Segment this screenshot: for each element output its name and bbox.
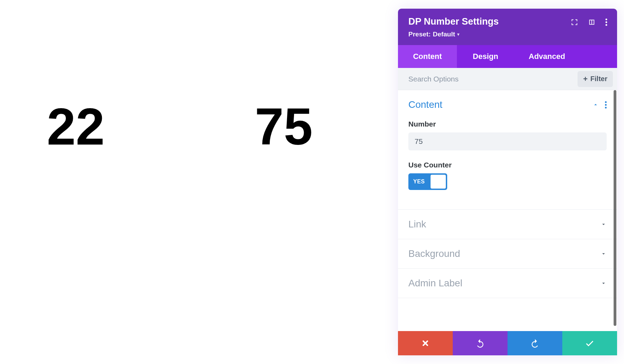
undo-button[interactable] xyxy=(453,331,508,355)
plus-icon: + xyxy=(583,75,588,84)
svg-point-1 xyxy=(606,21,607,23)
panel-body: Content Number Use Counter YES xyxy=(398,90,617,331)
section-background-header[interactable]: Background xyxy=(408,248,607,259)
chevron-down-icon xyxy=(600,251,607,257)
cancel-button[interactable] xyxy=(398,331,453,355)
save-button[interactable] xyxy=(562,331,617,355)
tabs: Content Design Advanced xyxy=(398,45,617,68)
filter-button[interactable]: + Filter xyxy=(578,71,613,87)
section-content-header[interactable]: Content xyxy=(408,99,607,110)
filter-label: Filter xyxy=(590,75,607,83)
panel-title: DP Number Settings xyxy=(408,16,499,27)
canvas-number-1: 22 xyxy=(47,101,105,153)
toggle-knob xyxy=(431,175,446,189)
preset-value: Default xyxy=(433,31,455,38)
tab-design[interactable]: Design xyxy=(457,45,514,68)
preset-prefix: Preset: xyxy=(408,31,431,38)
close-icon xyxy=(421,339,430,347)
chevron-down-icon xyxy=(600,221,607,227)
expand-icon[interactable] xyxy=(571,18,578,27)
use-counter-toggle[interactable]: YES xyxy=(408,173,447,190)
section-link: Link xyxy=(398,210,617,239)
more-icon[interactable] xyxy=(605,18,607,27)
section-background: Background xyxy=(398,239,617,269)
chevron-up-icon xyxy=(592,102,599,108)
chevron-down-icon: ▾ xyxy=(457,32,459,37)
tab-content[interactable]: Content xyxy=(398,45,457,68)
panel-header: DP Number Settings Preset: Default ▾ xyxy=(398,9,617,45)
section-link-title: Link xyxy=(408,219,426,230)
toggle-yes-label: YES xyxy=(413,179,425,185)
chevron-down-icon xyxy=(600,280,607,286)
number-input[interactable] xyxy=(408,132,607,150)
section-options-icon[interactable] xyxy=(605,101,607,109)
search-row: + Filter xyxy=(398,68,617,90)
section-content-title: Content xyxy=(408,99,442,110)
svg-point-0 xyxy=(606,19,607,20)
check-icon xyxy=(585,338,595,348)
field-number: Number xyxy=(408,120,607,150)
use-counter-label: Use Counter xyxy=(408,161,607,169)
preset-selector[interactable]: Preset: Default ▾ xyxy=(408,31,499,38)
search-input[interactable] xyxy=(408,75,578,83)
section-content: Content Number Use Counter YES xyxy=(398,90,617,210)
section-admin-label: Admin Label xyxy=(398,269,617,298)
section-admin-label-title: Admin Label xyxy=(408,278,462,289)
undo-icon xyxy=(475,338,485,348)
section-admin-label-header[interactable]: Admin Label xyxy=(408,278,607,289)
section-background-title: Background xyxy=(408,248,460,259)
number-label: Number xyxy=(408,120,607,128)
svg-point-2 xyxy=(606,24,607,26)
scrollbar[interactable] xyxy=(614,90,616,326)
tab-advanced[interactable]: Advanced xyxy=(514,45,617,68)
section-link-header[interactable]: Link xyxy=(408,219,607,230)
settings-panel: DP Number Settings Preset: Default ▾ Con… xyxy=(398,9,617,355)
canvas-number-2: 75 xyxy=(255,101,313,153)
field-use-counter: Use Counter YES xyxy=(408,161,607,190)
snap-icon[interactable] xyxy=(588,18,596,27)
redo-icon xyxy=(530,338,540,348)
panel-footer xyxy=(398,331,617,355)
redo-button[interactable] xyxy=(508,331,562,355)
